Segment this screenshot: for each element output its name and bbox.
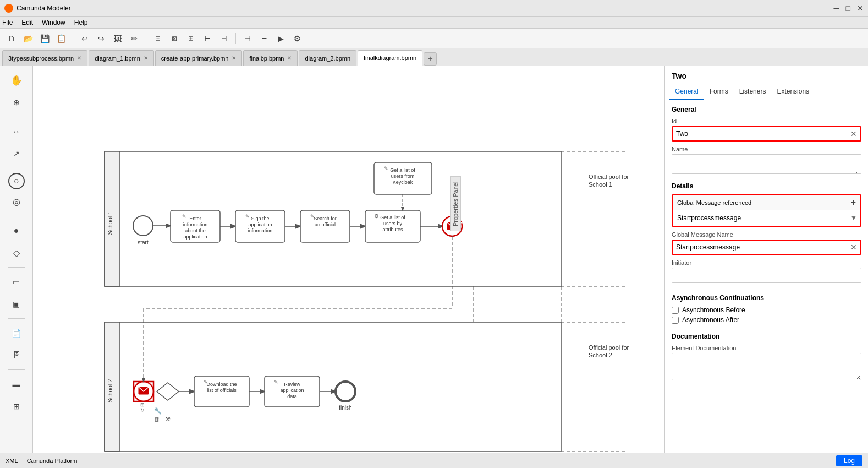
task-enter-info-label3: about the [185,228,206,233]
distribute-h-button[interactable]: ⊢ [200,31,215,46]
loop-marker: ↻ [140,407,145,413]
align-left-button[interactable]: ⊟ [151,31,165,46]
task-keycloak-label3: Keycloak [393,179,413,185]
task-sign-label3: information [248,228,273,233]
left-toolbar: ✋ ⊕ ↔ ↗ ○ ◎ ● ◇ ▭ ▣ 📄 🗄 ▬ ⊞ [0,66,33,453]
maximize-button[interactable]: □ [846,4,850,13]
xml-label[interactable]: XML [6,458,18,464]
create-data-object[interactable]: 📄 [7,323,26,343]
create-data-store[interactable]: 🗄 [7,345,26,365]
global-msg-name-clear-icon[interactable]: ✕ [850,243,857,252]
tab-finalbp[interactable]: finalbp.bpmn ✕ [243,50,298,66]
tab-extensions[interactable]: Extensions [771,84,815,100]
initiator-input[interactable] [672,268,861,283]
menu-window[interactable]: Window [42,19,65,26]
create-start-event[interactable]: ○ [8,173,25,189]
toolbar-sep-1 [73,33,73,44]
camunda-logo-icon [4,4,13,13]
ltool-sep-3 [8,216,25,216]
new-file-button[interactable]: 🗋 [4,31,19,46]
menu-file[interactable]: File [2,19,13,26]
window-controls[interactable]: ─ □ ✕ [834,4,864,13]
distribute-v-button[interactable]: ⊣ [217,31,231,46]
global-msg-name-input[interactable] [673,241,847,254]
tab-3typessubprocess[interactable]: 3typessubprocess.bpmn ✕ [2,50,87,66]
tab-general[interactable]: General [669,84,704,100]
bottombar-left: XML Camunda Platform [6,458,77,464]
task-sign-icon: ✎ [245,214,250,219]
toolbar-sep-3 [235,33,236,44]
tab-finalkdiagram[interactable]: finalkdiagram.bpmn [358,50,422,66]
undo-button[interactable]: ↩ [78,31,92,46]
deploy-button[interactable]: ▶ [273,31,288,46]
global-message-referenced-section: Global Message referenced + Startprocess… [672,194,861,227]
properties-panel-toggle[interactable]: Properties Panel [450,176,461,231]
create-pool[interactable]: ▬ [7,374,26,394]
async-before-checkbox[interactable] [672,307,679,314]
task-enter-icon: ✎ [182,214,186,219]
id-clear-icon[interactable]: ✕ [850,129,857,138]
global-msg-select[interactable]: Startprocessmessage [673,210,860,226]
add-tab-button[interactable]: + [424,52,437,66]
tab-createappprimary[interactable]: create-app-primary.bpmn ✕ [155,50,243,66]
start-event[interactable] [133,216,153,236]
create-intermediate-event[interactable]: ◎ [7,192,26,211]
start-instance-button[interactable]: ⚙ [290,31,304,46]
menu-edit[interactable]: Edit [21,19,33,26]
lasso-tool[interactable]: ⊕ [7,92,26,112]
close-tab-diagram1[interactable]: ✕ [144,55,148,61]
menubar: File Edit Window Help [0,17,868,29]
task-search-label2: an official [315,222,336,227]
align-center-button[interactable]: ⊠ [167,31,182,46]
id-input[interactable] [673,127,847,140]
close-tab-createappprimary[interactable]: ✕ [232,55,236,61]
element-doc-input[interactable] [672,353,861,380]
redo-button[interactable]: ↪ [94,31,108,46]
ltool-sep-1 [8,117,25,117]
pool1-official-label: Official pool for [589,173,629,180]
close-tab-finalbp[interactable]: ✕ [287,55,292,61]
tab-diagram1[interactable]: diagram_1.bpmn ✕ [89,50,154,66]
hand-tool-button[interactable]: ✏ [127,31,141,46]
open-file-button[interactable]: 📂 [21,31,35,46]
space-tool[interactable]: ↔ [7,122,26,142]
global-connect[interactable]: ↗ [7,144,26,164]
screenshot-button[interactable]: 🖼 [111,31,125,46]
create-gateway[interactable]: ◇ [7,243,26,263]
create-group[interactable]: ⊞ [7,396,26,416]
save-as-button[interactable]: 📋 [54,31,68,46]
global-connect-button[interactable]: ⊢ [257,31,271,46]
pool2-label: School 2 [107,379,113,403]
close-tab-3typessubprocess[interactable]: ✕ [77,55,81,61]
ltool-sep-2 [8,168,25,168]
ltool-sep-5 [8,318,25,319]
name-input[interactable] [672,154,861,174]
async-after-checkbox[interactable] [672,317,679,324]
create-task[interactable]: ▭ [7,272,26,292]
task-enter-info-label1: Enter [189,216,201,221]
close-button[interactable]: ✕ [857,4,864,13]
global-msg-add-icon[interactable]: + [851,198,856,208]
global-msg-name-label: Global Message Name [672,231,861,238]
space-tool-button[interactable]: ⊣ [240,31,255,46]
pool2-official-label2: School 2 [589,352,612,358]
pool2-official-label: Official pool for [589,344,629,351]
canvas[interactable]: Properties Panel School 1 Official pool … [33,66,664,453]
create-end-event[interactable]: ● [7,221,26,241]
element-doc-label: Element Documentation [672,345,861,351]
tab-forms[interactable]: Forms [704,84,734,100]
tab-listeners[interactable]: Listeners [734,84,772,100]
log-button[interactable]: Log [836,455,862,466]
menu-help[interactable]: Help [74,19,88,26]
hand-tool[interactable]: ✋ [7,70,26,90]
end-event-pool2[interactable] [336,382,355,401]
align-right-button[interactable]: ⊞ [184,31,198,46]
tab-diagram2[interactable]: diagram_2.bpmn [299,50,356,66]
bottombar: XML Camunda Platform Log [0,453,868,468]
tabbar: 3typessubprocess.bpmn ✕ diagram_1.bpmn ✕… [0,48,868,66]
minimize-button[interactable]: ─ [834,4,839,13]
create-subprocess[interactable]: ▣ [7,294,26,314]
save-button[interactable]: 💾 [37,31,52,46]
tool-icon-2: ⚒ [165,416,171,422]
toolbar: 🗋 📂 💾 📋 ↩ ↪ 🖼 ✏ ⊟ ⊠ ⊞ ⊢ ⊣ ⊣ ⊢ ▶ ⚙ [0,29,868,48]
